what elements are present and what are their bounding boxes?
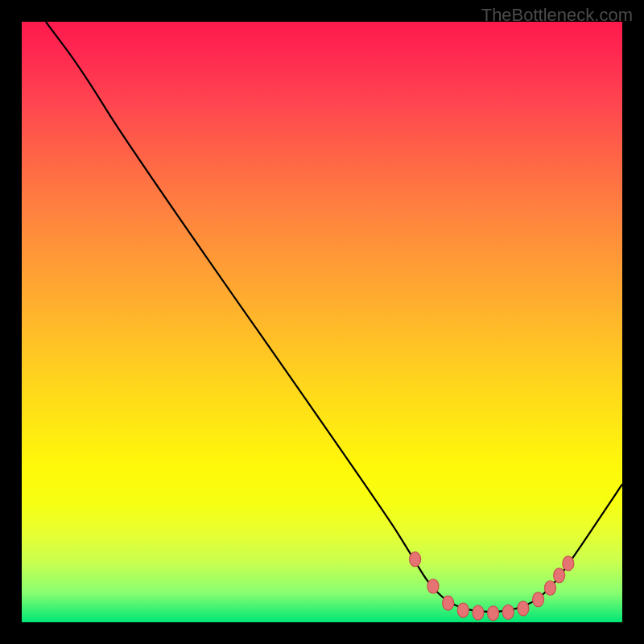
chart-svg [22,22,622,622]
watermark-text: TheBottleneck.com [481,5,633,26]
data-marker [502,605,514,619]
data-marker [554,568,565,583]
data-marker [544,580,555,595]
data-marker [563,556,574,571]
data-marker [533,592,544,607]
data-marker [427,579,439,593]
data-marker [473,605,484,620]
plot-area [22,22,622,622]
data-markers [410,552,574,621]
data-marker [518,601,529,616]
data-marker [443,596,454,610]
data-marker [488,606,499,621]
data-marker [410,552,421,567]
curve-line [46,22,622,612]
data-marker [457,603,469,617]
